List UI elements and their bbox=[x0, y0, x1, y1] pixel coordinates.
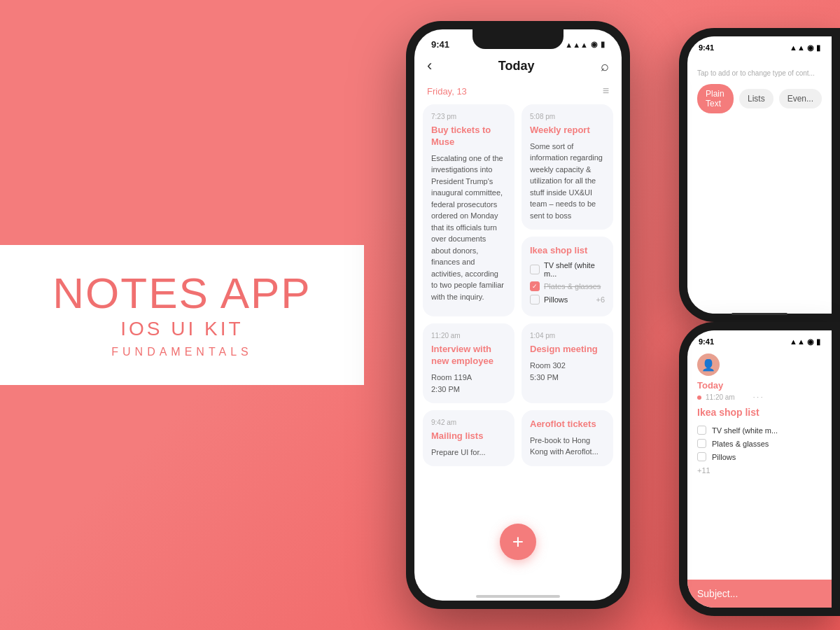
rb-checkbox-plates[interactable] bbox=[697, 439, 706, 448]
checkbox-tv[interactable] bbox=[530, 265, 540, 274]
main-phone-screen: 9:41 ▲▲▲ ◉ ▮ ‹ Today ⌕ Friday, 13 ≡ bbox=[414, 29, 622, 601]
checklist-item: TV shelf (white m... bbox=[530, 261, 605, 278]
rb-checkbox-tv[interactable] bbox=[697, 426, 706, 435]
note-time: 7:23 pm bbox=[431, 113, 506, 120]
nav-bar: ‹ Today ⌕ bbox=[414, 54, 622, 82]
note-title: Design meeting bbox=[530, 344, 605, 356]
rb-checkbox-pillows[interactable] bbox=[697, 452, 706, 461]
app-title: NOTES APP bbox=[52, 272, 311, 315]
notes-scroll[interactable]: 7:23 pm Buy tickets to Muse Escalating o… bbox=[414, 104, 622, 592]
note-card-interview[interactable]: 11:20 am Interview with new employee Roo… bbox=[423, 323, 514, 403]
home-indicator-rt bbox=[732, 313, 788, 314]
profile-avatar: 👤 bbox=[697, 354, 720, 376]
dots-separator: · · · bbox=[753, 393, 763, 401]
right-bottom-screen: 9:41 ▲▲ ◉ ▮ 👤 Today 11:20 am · · · Ikea … bbox=[687, 330, 832, 608]
checklist-item: Plates & glasses bbox=[530, 281, 605, 291]
rb-check-text-pillows: Pillows bbox=[712, 453, 736, 461]
note-time: 9:42 am bbox=[431, 419, 506, 426]
rb-plus-count: +11 bbox=[687, 463, 832, 477]
notes-grid: 7:23 pm Buy tickets to Muse Escalating o… bbox=[423, 104, 613, 466]
search-button[interactable]: ⌕ bbox=[601, 58, 609, 74]
note-text: Prepare UI for... bbox=[431, 447, 506, 458]
checkbox-pillows[interactable] bbox=[530, 295, 540, 304]
note-time: 5:08 pm bbox=[530, 113, 605, 120]
note-card-aeroflot[interactable]: Aeroflot tickets Pre-book to Hong Kong w… bbox=[522, 410, 613, 466]
status-bar-rt: 9:41 ▲▲ ◉ ▮ bbox=[687, 36, 832, 55]
battery-icon: ▮ bbox=[601, 40, 605, 49]
app-sub2: FUNDAMENTALS bbox=[111, 346, 253, 358]
checklist-text: Pillows bbox=[544, 295, 568, 304]
rb-check-text-tv: TV shelf (white m... bbox=[712, 426, 778, 435]
back-button[interactable]: ‹ bbox=[427, 57, 432, 75]
note-text: Room 119A2:30 PM bbox=[431, 372, 506, 395]
rb-checklist-item-pillows: Pillows bbox=[687, 450, 832, 463]
rt-hint: Tap to add or to change type of cont... bbox=[697, 69, 822, 77]
rt-buttons: Plain Text Lists Even... bbox=[697, 84, 822, 113]
note-text: Room 3025:30 PM bbox=[530, 360, 605, 383]
rb-check-text-plates: Plates & glasses bbox=[712, 440, 769, 448]
checklist-text: Plates & glasses bbox=[544, 282, 601, 290]
lists-button[interactable]: Lists bbox=[739, 89, 774, 108]
filter-icon[interactable]: ≡ bbox=[603, 85, 609, 97]
note-card-ikea[interactable]: Ikea shop list TV shelf (white m... Plat… bbox=[522, 237, 613, 316]
plain-text-button[interactable]: Plain Text bbox=[697, 84, 734, 113]
nav-title: Today bbox=[498, 59, 535, 74]
app-subtitle: IOS UI KIT bbox=[120, 318, 243, 340]
status-icons: ▲▲▲ ◉ ▮ bbox=[565, 40, 605, 49]
note-card-design-meeting[interactable]: 1:04 pm Design meeting Room 3025:30 PM bbox=[522, 323, 613, 403]
checkbox-plates[interactable] bbox=[530, 281, 540, 291]
note-title: Mailing lists bbox=[431, 430, 506, 442]
add-button[interactable]: + bbox=[500, 524, 536, 560]
rb-checklist-item-plates: Plates & glasses bbox=[687, 437, 832, 450]
note-title: Interview with new employee bbox=[431, 344, 506, 368]
note-card-buy-tickets[interactable]: 7:23 pm Buy tickets to Muse Escalating o… bbox=[423, 104, 514, 316]
note-title: Ikea shop list bbox=[530, 245, 605, 257]
note-title: Weekly report bbox=[530, 125, 605, 136]
rb-card-title: Ikea shop list bbox=[687, 407, 832, 424]
note-time: 1:04 pm bbox=[530, 332, 605, 340]
rt-content: Tap to add or to change type of cont... … bbox=[687, 55, 832, 123]
branding-band: NOTES APP IOS UI KIT FUNDAMENTALS bbox=[0, 245, 364, 385]
right-top-phone: 9:41 ▲▲ ◉ ▮ Tap to add or to change type… bbox=[679, 28, 840, 322]
wifi-icon: ◉ bbox=[591, 40, 598, 49]
plus-count: +6 bbox=[596, 295, 605, 304]
status-time-rb: 9:41 bbox=[699, 337, 714, 346]
checklist-text: TV shelf (white m... bbox=[544, 261, 605, 278]
status-icons-rb: ▲▲ ◉ ▮ bbox=[790, 337, 820, 346]
subject-placeholder: Subject... bbox=[697, 588, 738, 599]
status-icons-rt: ▲▲ ◉ ▮ bbox=[790, 43, 820, 52]
status-time: 9:41 bbox=[431, 39, 449, 50]
date-header: Friday, 13 ≡ bbox=[414, 82, 622, 104]
signal-icon: ▲▲▲ bbox=[565, 41, 588, 49]
status-bar-rb: 9:41 ▲▲ ◉ ▮ bbox=[687, 330, 832, 349]
rb-checklist-item-tv: TV shelf (white m... bbox=[687, 424, 832, 437]
note-card-weekly-report[interactable]: 5:08 pm Weekly report Some sort of infor… bbox=[522, 104, 613, 230]
checklist-item: Pillows +6 bbox=[530, 295, 605, 304]
event-button[interactable]: Even... bbox=[779, 89, 822, 108]
subject-bar[interactable]: Subject... bbox=[687, 580, 832, 608]
status-time-rt: 9:41 bbox=[699, 43, 714, 52]
right-top-screen: 9:41 ▲▲ ◉ ▮ Tap to add or to change type… bbox=[687, 36, 832, 314]
time-indicator: 11:20 am · · · bbox=[687, 393, 832, 407]
background: NOTES APP IOS UI KIT FUNDAMENTALS 9:41 ▲… bbox=[0, 0, 840, 630]
note-title: Buy tickets to Muse bbox=[431, 125, 506, 148]
note-text: Escalating one of the investigations int… bbox=[431, 153, 506, 303]
main-phone: 9:41 ▲▲▲ ◉ ▮ ‹ Today ⌕ Friday, 13 ≡ bbox=[406, 21, 630, 609]
note-card-mailing[interactable]: 9:42 am Mailing lists Prepare UI for... bbox=[423, 410, 514, 466]
dot-indicator bbox=[697, 396, 701, 400]
note-time: 11:20 am bbox=[431, 332, 506, 340]
note-title: Aeroflot tickets bbox=[530, 419, 605, 430]
note-time-rb: 11:20 am bbox=[706, 393, 735, 401]
note-text: Pre-book to Hong Kong with Aeroflot... bbox=[530, 435, 605, 458]
right-bottom-phone: 9:41 ▲▲ ◉ ▮ 👤 Today 11:20 am · · · Ikea … bbox=[679, 322, 840, 616]
phone-notch bbox=[472, 29, 564, 49]
home-indicator bbox=[476, 595, 560, 598]
date-label: Friday, 13 bbox=[427, 86, 467, 97]
today-label: Today bbox=[687, 380, 832, 393]
note-text: Some sort of information regarding weekl… bbox=[530, 141, 605, 222]
